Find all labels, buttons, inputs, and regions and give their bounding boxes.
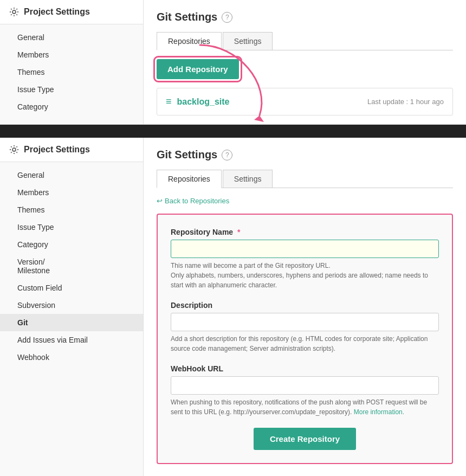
bottom-tabs: Repositories Settings bbox=[157, 170, 453, 188]
top-sidebar-nav: General Members Themes Issue Type Catego… bbox=[0, 24, 143, 120]
back-link-arrow-icon: ↩ bbox=[157, 197, 163, 205]
sidebar-item-version-milestone[interactable]: Version/Milestone bbox=[0, 253, 143, 279]
gear-icon bbox=[9, 7, 20, 17]
add-repository-button[interactable]: Add Repository bbox=[157, 59, 239, 79]
add-repository-form: Repository Name * This name will become … bbox=[157, 214, 453, 464]
bottom-sidebar-nav: General Members Themes Issue Type Catego… bbox=[0, 162, 143, 370]
top-tab-repositories[interactable]: Repositories bbox=[157, 32, 222, 50]
bottom-git-settings-title: Git Settings bbox=[157, 149, 217, 161]
repo-name-label: Repository Name * bbox=[171, 228, 439, 236]
webhook-hint: When pushing to this repository, notific… bbox=[171, 397, 439, 417]
top-main-content: Git Settings ? Repositories Settings Add… bbox=[144, 0, 466, 124]
repo-name[interactable]: backlog_site bbox=[177, 97, 230, 107]
repo-name-group: Repository Name * This name will become … bbox=[171, 228, 439, 290]
back-link-text: Back to Repositories bbox=[165, 197, 229, 205]
svg-point-0 bbox=[12, 10, 16, 14]
description-input[interactable] bbox=[171, 313, 439, 331]
top-tab-settings[interactable]: Settings bbox=[223, 32, 273, 50]
top-sidebar: Project Settings General Members Themes … bbox=[0, 0, 144, 124]
top-git-settings-title: Git Settings bbox=[157, 11, 217, 23]
sidebar-item-themes-top[interactable]: Themes bbox=[0, 63, 143, 81]
top-git-settings-header: Git Settings ? bbox=[157, 11, 453, 23]
required-star: * bbox=[237, 228, 240, 236]
bottom-tab-settings[interactable]: Settings bbox=[223, 170, 273, 188]
back-to-repositories-link[interactable]: ↩ Back to Repositories bbox=[157, 197, 453, 205]
description-hint: Add a short description for this reposit… bbox=[171, 334, 439, 353]
webhook-url-input[interactable] bbox=[171, 376, 439, 395]
create-repository-button[interactable]: Create Repository bbox=[254, 428, 356, 450]
top-tabs: Repositories Settings bbox=[157, 32, 453, 50]
bottom-git-settings-header: Git Settings ? bbox=[157, 149, 453, 161]
repo-name-input[interactable] bbox=[171, 240, 439, 258]
sidebar-item-members[interactable]: Members bbox=[0, 184, 143, 201]
repo-item-left: ≡ backlog_site bbox=[166, 96, 229, 107]
bottom-main-content: Git Settings ? Repositories Settings ↩ B… bbox=[144, 138, 466, 476]
sidebar-item-general-top[interactable]: General bbox=[0, 29, 143, 46]
repo-name-hint: This name will become a part of the Git … bbox=[171, 261, 439, 290]
sidebar-item-custom-field[interactable]: Custom Field bbox=[0, 279, 143, 297]
description-label: Description bbox=[171, 301, 439, 310]
bottom-help-icon[interactable]: ? bbox=[222, 150, 232, 160]
sidebar-item-category-top[interactable]: Category bbox=[0, 98, 143, 115]
bottom-gear-icon bbox=[9, 144, 20, 155]
top-help-icon[interactable]: ? bbox=[222, 12, 232, 23]
repo-last-update: Last update : 1 hour ago bbox=[367, 98, 444, 106]
sidebar-item-issuetype-top[interactable]: Issue Type bbox=[0, 81, 143, 98]
svg-point-2 bbox=[12, 148, 16, 151]
sidebar-item-members-top[interactable]: Members bbox=[0, 46, 143, 63]
black-band-divider bbox=[0, 125, 466, 138]
top-sidebar-header: Project Settings bbox=[0, 0, 143, 24]
sidebar-item-issuetype[interactable]: Issue Type bbox=[0, 218, 143, 236]
bottom-sidebar-title: Project Settings bbox=[24, 145, 90, 155]
sidebar-item-subversion[interactable]: Subversion bbox=[0, 297, 143, 314]
svg-marker-1 bbox=[254, 115, 264, 122]
webhook-url-group: WebHook URL When pushing to this reposit… bbox=[171, 364, 439, 417]
bottom-tab-repositories[interactable]: Repositories bbox=[157, 170, 222, 188]
sidebar-item-add-issues-email[interactable]: Add Issues via Email bbox=[0, 331, 143, 349]
webhook-more-info-link[interactable]: More information. bbox=[354, 408, 404, 416]
sidebar-item-webhook[interactable]: Webhook bbox=[0, 349, 143, 366]
sidebar-item-themes[interactable]: Themes bbox=[0, 201, 143, 218]
sidebar-item-git[interactable]: Git bbox=[0, 314, 143, 331]
description-group: Description Add a short description for … bbox=[171, 301, 439, 353]
repository-item: ≡ backlog_site Last update : 1 hour ago bbox=[157, 88, 453, 115]
sidebar-item-category[interactable]: Category bbox=[0, 236, 143, 253]
top-sidebar-title: Project Settings bbox=[24, 7, 90, 17]
sidebar-item-general[interactable]: General bbox=[0, 166, 143, 184]
bottom-sidebar: Project Settings General Members Themes … bbox=[0, 138, 144, 476]
bottom-sidebar-header: Project Settings bbox=[0, 138, 143, 162]
webhook-url-label: WebHook URL bbox=[171, 364, 439, 373]
repo-lines-icon: ≡ bbox=[166, 96, 172, 107]
